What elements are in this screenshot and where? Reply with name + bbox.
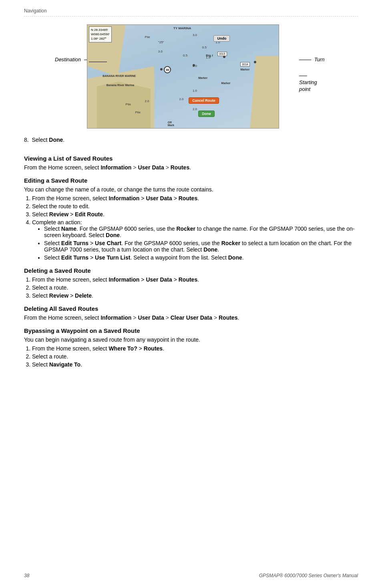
page-header: Navigation bbox=[24, 8, 358, 16]
bypassing-steps-list: From the Home screen, select Where To? >… bbox=[32, 345, 358, 368]
manual-title: GPSMAP® 6000/7000 Series Owner's Manual bbox=[259, 573, 358, 578]
depth-8: 2.0 bbox=[179, 97, 183, 101]
marker-label-2: Marker bbox=[221, 82, 231, 85]
page-number: 38 bbox=[24, 573, 29, 578]
section-viewing-text: From the Home screen, select Information… bbox=[24, 164, 358, 171]
step8-link: Done bbox=[49, 137, 63, 143]
header-title: Navigation bbox=[24, 8, 47, 14]
page-footer: 38 GPSMAP® 6000/7000 Series Owner's Manu… bbox=[24, 573, 358, 578]
section-bypassing-heading: Bypassing a Waypoint on a Saved Route bbox=[24, 327, 358, 334]
section-editing-intro: You can change the name of a route, or c… bbox=[24, 186, 358, 193]
deleting-step-1: From the Home screen, select Information… bbox=[32, 276, 358, 283]
waypoint-dot-2 bbox=[193, 64, 195, 66]
banana-marina-label: BANANA RIVER MARINE bbox=[103, 75, 136, 77]
depth-3: 0.5 bbox=[202, 46, 207, 49]
viewing-link2: User Data bbox=[138, 164, 164, 171]
off-mark-label: OffMark bbox=[168, 121, 174, 127]
depth-12: 3.0 bbox=[158, 50, 163, 53]
section-deleting-heading: Deleting a Saved Route bbox=[24, 267, 358, 274]
editing-step-2: Select the route to edit. bbox=[32, 203, 358, 209]
pile-label-2: Pile bbox=[126, 103, 131, 106]
land-detail bbox=[97, 82, 151, 128]
coord-line1: N 28.33485' bbox=[91, 28, 110, 32]
section-deleting-all-heading: Deleting All Saved Routes bbox=[24, 305, 358, 312]
editing-step-3: Select Review > Edit Route. bbox=[32, 211, 358, 217]
pile-label-1: Pile bbox=[145, 35, 150, 39]
cancel-route-button[interactable]: Cancel Route bbox=[189, 97, 219, 104]
editing-steps-list: From the Home screen, select Information… bbox=[32, 195, 358, 261]
depth-4: 0.5 bbox=[183, 54, 187, 57]
editing-bullets: Select Name. For the GPSMAP 6000 series,… bbox=[44, 226, 358, 261]
marina-label: TY MARINA bbox=[173, 26, 191, 30]
coord-line3: 1.08ⁿ 282ᴹ bbox=[91, 36, 110, 41]
marker-label-1: Marker bbox=[198, 77, 207, 79]
waypoint-0015: 0015 bbox=[217, 52, 227, 56]
coord-box: N 28.33485' W080.64590' 1.08ⁿ 282ᴹ bbox=[89, 26, 112, 42]
viewing-link1: Information bbox=[101, 164, 131, 171]
big-i-label: Big I bbox=[206, 54, 213, 57]
deleting-all-link2: User Data bbox=[138, 314, 164, 321]
undo-button[interactable]: Undo bbox=[213, 35, 230, 42]
step-8: 8. Select Done. bbox=[24, 137, 358, 143]
editing-step-4: Complete an action: Select Name. For the… bbox=[32, 219, 358, 261]
deleting-step-2: Select a route. bbox=[32, 284, 358, 291]
turn-line bbox=[299, 60, 311, 60]
done-button[interactable]: Done bbox=[198, 111, 215, 117]
depth-7: 1.0 bbox=[193, 89, 197, 93]
editing-step-1: From the Home screen, select Information… bbox=[32, 195, 358, 201]
depth-1: 3.0 bbox=[193, 33, 197, 37]
figure-container: Destination N 28.33485' W080.64590' 1.08… bbox=[55, 24, 327, 129]
section-editing-heading: Editing a Saved Route bbox=[24, 177, 358, 184]
turn-annotation: Turn bbox=[299, 56, 327, 62]
section-deleting-all-text: From the Home screen, select Information… bbox=[24, 314, 358, 321]
marker-label-3: Marker bbox=[240, 68, 249, 71]
deleting-all-link3: Clear User Data bbox=[171, 314, 212, 321]
section-bypassing-intro: You can begin navigating a saved route f… bbox=[24, 336, 358, 343]
coord-line2: W080.64590' bbox=[91, 32, 110, 36]
chart-image: N 28.33485' W080.64590' 1.08ⁿ 282ᴹ TY MA… bbox=[87, 24, 279, 129]
starting-point-line bbox=[299, 76, 307, 76]
waypoint-0014: 0014 bbox=[240, 62, 250, 66]
deleting-all-link4: Routes bbox=[219, 314, 237, 321]
editing-bullet-3: Select Edit Turns > Use Turn List. Selec… bbox=[44, 254, 358, 261]
depth-10: 2.0 bbox=[193, 107, 197, 111]
bypassing-step-2: Select a route. bbox=[32, 353, 358, 360]
bypassing-step-1: From the Home screen, select Where To? >… bbox=[32, 345, 358, 352]
pile-label-3: Pile bbox=[135, 111, 141, 114]
depth-9: 2.0 bbox=[145, 99, 149, 103]
section-viewing-heading: Viewing a List of Saved Routes bbox=[24, 155, 358, 162]
viewing-link3: Routes bbox=[171, 164, 189, 171]
destination-line bbox=[89, 62, 107, 62]
deleting-step-3: Select Review > Delete. bbox=[32, 292, 358, 299]
waypoint-dot-1 bbox=[160, 68, 163, 70]
deleting-all-link1: Information bbox=[101, 314, 131, 321]
bypassing-step-3: Select Navigate To. bbox=[32, 361, 358, 368]
editing-bullet-1: Select Name. For the GPSMAP 6000 series,… bbox=[44, 226, 358, 238]
deleting-steps-list: From the Home screen, select Information… bbox=[32, 276, 358, 299]
banana-river-sub: Banana River Marina bbox=[107, 84, 134, 87]
editing-bullet-2: Select Edit Turns > Use Chart. For the G… bbox=[44, 240, 358, 253]
starting-point-annotation: Startingpoint bbox=[299, 72, 327, 93]
depth-11: "25" bbox=[158, 40, 164, 44]
